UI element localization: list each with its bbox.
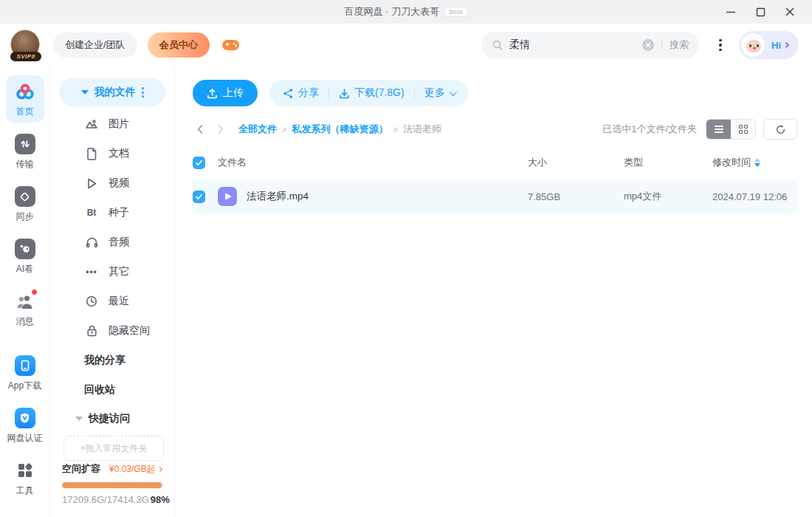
category-label: 种子 xyxy=(109,206,129,219)
clear-search-button[interactable] xyxy=(642,39,654,51)
gamepad-icon xyxy=(221,38,240,52)
nav-back-button[interactable] xyxy=(193,122,207,137)
sidebar-item-quick-access[interactable]: 快捷访问 xyxy=(50,405,174,433)
column-header-modified[interactable]: 修改时间 xyxy=(712,156,797,169)
more-menu-button[interactable] xyxy=(708,32,733,58)
close-button[interactable] xyxy=(775,0,805,24)
sidebar-item-documents[interactable]: 文档 xyxy=(50,139,174,168)
kebab-dot xyxy=(719,49,722,52)
file-sidebar: 我的文件 图片 文档 xyxy=(50,66,175,517)
minimize-icon xyxy=(726,7,736,17)
rail-bottom-group: App下载 网盘认证 xyxy=(6,349,44,507)
rail-label-transfer: 传输 xyxy=(16,158,34,171)
file-modified: 2024.07.19 12:06 xyxy=(712,191,797,202)
sort-icon[interactable] xyxy=(754,158,760,167)
rail-item-messages[interactable]: 消息 xyxy=(6,285,44,332)
app-download-icon xyxy=(14,355,36,377)
refresh-button[interactable] xyxy=(763,119,797,140)
sidebar-item-my-files[interactable]: 我的文件 xyxy=(59,78,165,106)
sidebar-item-videos[interactable]: 视频 xyxy=(50,168,174,198)
file-name[interactable]: 法语老师.mp4 xyxy=(247,190,309,203)
create-team-button[interactable]: 创建企业/团队 xyxy=(53,32,137,58)
rail-item-verify[interactable]: 网盘认证 xyxy=(6,402,44,449)
storage-usage-text: 17209.6G/17414.3G98% xyxy=(62,494,164,505)
nav-forward-button[interactable] xyxy=(213,122,228,137)
my-files-menu-icon[interactable] xyxy=(142,87,144,97)
app-body: 首页 传输 xyxy=(0,66,812,517)
share-button[interactable]: 分享 xyxy=(283,86,319,100)
column-header-size[interactable]: 大小 xyxy=(528,156,624,169)
category-label: 最近 xyxy=(109,295,129,308)
back-icon xyxy=(196,124,204,134)
user-vip-avatar[interactable]: SVIP8 xyxy=(10,30,41,61)
account-pill[interactable]: Hi xyxy=(739,31,799,59)
search-bar[interactable]: 搜索 xyxy=(481,32,699,58)
file-row[interactable]: 法语老师.mp4 7.85GB mp4文件 2024.07.19 12:06 xyxy=(193,179,797,213)
expand-space-offer-link[interactable]: ¥0.03/GB起 xyxy=(109,463,162,476)
sidebar-item-recycle-bin[interactable]: 回收站 xyxy=(50,375,174,405)
refresh-icon xyxy=(775,124,786,135)
video-play-icon xyxy=(84,177,99,190)
breadcrumb-all-files[interactable]: 全部文件 xyxy=(238,123,277,136)
rail-item-app-download[interactable]: App下载 xyxy=(6,349,44,397)
modified-label: 修改时间 xyxy=(712,156,751,169)
search-submit-button[interactable]: 搜索 xyxy=(670,38,689,52)
row-checkbox[interactable] xyxy=(193,191,205,203)
ai-view-icon xyxy=(14,238,36,260)
file-type: mp4文件 xyxy=(624,190,712,203)
list-view-button[interactable] xyxy=(706,120,731,139)
column-header-type[interactable]: 类型 xyxy=(624,156,712,169)
pin-folder-dropzone[interactable]: +拖入常用文件夹 xyxy=(63,436,164,461)
sidebar-item-audio[interactable]: 音频 xyxy=(50,227,174,257)
header-right-group: 搜索 Hi xyxy=(481,31,799,59)
sidebar-item-others[interactable]: ••• 其它 xyxy=(50,257,174,287)
upload-label: 上传 xyxy=(223,86,244,100)
sidebar-item-my-shares[interactable]: 我的分享 xyxy=(50,346,174,375)
close-icon xyxy=(785,7,795,17)
headphones-icon xyxy=(84,236,99,248)
expand-space-label: 空间扩容 xyxy=(62,462,100,476)
window-controls xyxy=(716,0,805,24)
rail-item-home[interactable]: 首页 xyxy=(6,75,44,123)
column-header-name[interactable]: 文件名 xyxy=(218,156,528,169)
category-label: 其它 xyxy=(109,265,129,278)
storage-percent: 98% xyxy=(151,494,170,505)
sidebar-item-images[interactable]: 图片 xyxy=(50,109,174,139)
download-button[interactable]: 下载(7.8G) xyxy=(339,86,405,100)
rail-item-ai-view[interactable]: AI看 xyxy=(6,233,44,280)
game-center-button[interactable] xyxy=(221,38,240,52)
category-label: 隐藏空间 xyxy=(109,324,150,338)
rail-item-sync[interactable]: 同步 xyxy=(6,180,44,227)
app-title-text: 百度网盘 · 刀刀大表哥 xyxy=(344,5,439,18)
window-title: 百度网盘 · 刀刀大表哥 Beta xyxy=(344,5,467,18)
rail-item-tools[interactable]: 工具 xyxy=(6,454,44,501)
selection-actions: 分享 下载(7.8G) 更多 xyxy=(269,80,468,106)
sidebar-item-torrents[interactable]: Bt 种子 xyxy=(50,198,174,227)
file-toolbar: 上传 分享 下载(7.8G) xyxy=(193,80,797,106)
maximize-icon xyxy=(756,7,765,17)
storage-section: 空间扩容 ¥0.03/GB起 17209.6G/17414.3G98% xyxy=(50,462,174,517)
sidebar-item-hidden-space[interactable]: 隐藏空间 xyxy=(50,316,174,346)
download-label: 下载(7.8G) xyxy=(354,86,405,100)
breadcrumb-separator: > xyxy=(393,125,397,134)
vip-center-button[interactable]: 会员中心 xyxy=(148,32,210,58)
maximize-button[interactable] xyxy=(746,0,775,24)
toolbar-divider xyxy=(414,88,415,99)
sidebar-item-recent[interactable]: 最近 xyxy=(50,287,174,316)
collapse-arrow-icon xyxy=(75,417,83,421)
search-input[interactable] xyxy=(509,39,642,51)
rail-label-messages: 消息 xyxy=(16,315,34,328)
breadcrumb-folder[interactable]: 私发系列（稀缺资源） xyxy=(292,123,388,136)
verify-shield-icon xyxy=(14,407,36,429)
select-all-checkbox[interactable] xyxy=(193,157,205,169)
greeting-text: Hi xyxy=(771,40,781,51)
video-file-icon xyxy=(218,187,237,206)
minimize-button[interactable] xyxy=(716,0,746,24)
upload-button[interactable]: 上传 xyxy=(193,80,258,106)
grid-view-button[interactable] xyxy=(731,120,755,139)
storage-used-total: 17209.6G/17414.3G xyxy=(62,494,149,505)
more-actions-button[interactable]: 更多 xyxy=(424,86,455,100)
account-avatar xyxy=(740,32,765,58)
rail-item-transfer[interactable]: 传输 xyxy=(6,128,44,175)
view-controls: 已选中1个文件/文件夹 xyxy=(602,119,797,140)
